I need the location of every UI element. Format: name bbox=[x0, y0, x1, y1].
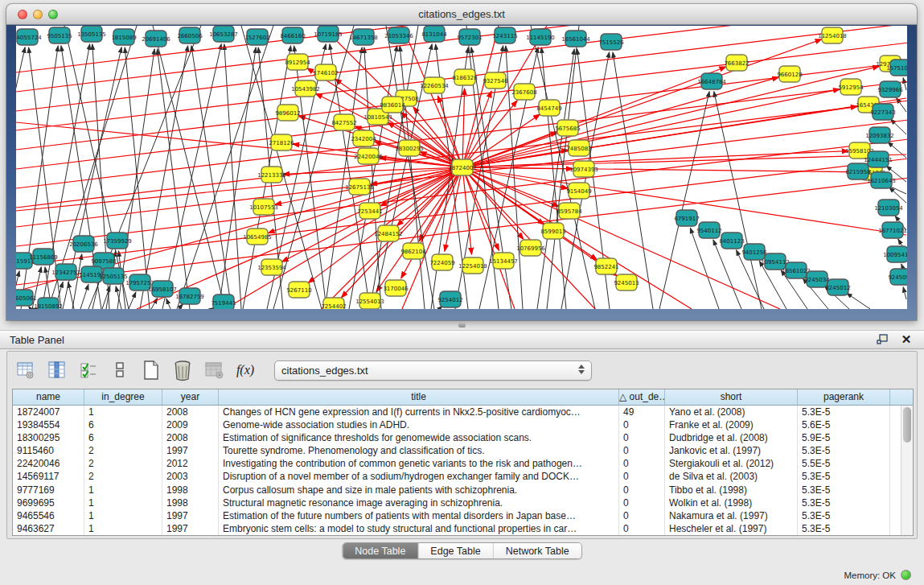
tab-network-table[interactable]: Network Table bbox=[494, 543, 581, 558]
zoom-window-button[interactable] bbox=[48, 10, 58, 19]
table-cell: 0 bbox=[619, 444, 665, 457]
graph-node-label: 24055724 bbox=[16, 35, 42, 41]
graph-node-label: 14671358 bbox=[349, 35, 378, 41]
select-columns-button[interactable] bbox=[78, 360, 99, 381]
delete-button[interactable] bbox=[172, 360, 193, 381]
graph-node-label: 2367608 bbox=[511, 89, 536, 96]
table-row[interactable]: 2242004622012Investigating the contribut… bbox=[13, 457, 913, 470]
graph-node-label: 16648784 bbox=[697, 79, 726, 85]
memory-status-icon bbox=[901, 570, 911, 580]
graph-node-label: 12484152 bbox=[374, 231, 403, 237]
graph-node-label: 12093832 bbox=[865, 133, 894, 139]
table-row[interactable]: 1456911722003Disruption of a novel membe… bbox=[13, 470, 913, 483]
graph-node-label: 8215958 bbox=[845, 169, 870, 175]
graph-node-label: 8186328 bbox=[452, 75, 477, 81]
table-cell: Tourette syndrome. Phenomenology and cla… bbox=[219, 444, 619, 457]
column-header-out_de[interactable]: △ out_de… bbox=[619, 389, 665, 405]
column-chooser-button[interactable] bbox=[47, 360, 68, 381]
column-header-pagerank[interactable]: pagerank bbox=[798, 389, 890, 405]
column-header-title[interactable]: title bbox=[219, 389, 619, 405]
graph-node-label: 9660128 bbox=[777, 72, 802, 78]
table-cell: 1997 bbox=[162, 444, 219, 457]
new-table-button[interactable] bbox=[141, 360, 162, 381]
graph-node-label: 8595784 bbox=[556, 208, 582, 215]
table-cell: 2 bbox=[84, 457, 162, 470]
network-view-window: citations_edges.txt 18724007912750812260… bbox=[6, 4, 917, 320]
table-cell: 1 bbox=[84, 406, 162, 418]
network-canvas[interactable]: 1872400791275081226053481863289327546236… bbox=[16, 26, 907, 309]
graph-node-label: 9329966 bbox=[877, 87, 903, 93]
graph-nodes[interactable]: 1872400791275081226053481863289327546236… bbox=[16, 26, 907, 309]
graph-node-label: 10107553 bbox=[249, 204, 278, 211]
table-cell: Embryonic stem cells: a model to study s… bbox=[219, 522, 619, 535]
table-cell: Corpus callosum shape and size in male p… bbox=[219, 484, 619, 496]
graph-node-label: 8131044 bbox=[421, 31, 447, 38]
row-height-button[interactable] bbox=[109, 360, 130, 381]
graph-node-label: 6791917 bbox=[674, 216, 699, 222]
graph-node-label: 7519441 bbox=[211, 300, 236, 307]
table-row[interactable]: 969969511998Structural magnetic resonanc… bbox=[13, 496, 913, 509]
function-builder-button[interactable]: f(x) bbox=[235, 360, 256, 381]
table-cell: 0 bbox=[619, 522, 665, 535]
column-header-in_degree[interactable]: in_degree bbox=[84, 389, 162, 405]
column-header-year[interactable]: year bbox=[162, 389, 219, 405]
graph-node-label: 10095413 bbox=[883, 252, 907, 258]
vertical-scrollbar[interactable] bbox=[901, 406, 913, 535]
table-cell: Dudbridge et al. (2008) bbox=[665, 431, 798, 444]
table-settings-button[interactable] bbox=[15, 360, 36, 381]
table-cell: 1997 bbox=[162, 522, 219, 535]
graph-node-label: 9245098 bbox=[888, 274, 907, 281]
table-cell: 0 bbox=[619, 431, 665, 444]
graph-node-label: 10654985 bbox=[243, 234, 272, 241]
minimize-window-button[interactable] bbox=[33, 10, 43, 19]
table-cell: 5.6E-5 bbox=[798, 418, 890, 431]
table-row[interactable]: 977716911998Corpus callosum shape and si… bbox=[13, 484, 913, 496]
graph-node-label: 7254402 bbox=[321, 303, 346, 310]
table-cell: 2 bbox=[84, 470, 162, 483]
delete-table-button-disabled[interactable] bbox=[203, 360, 224, 381]
graph-node-label: 12353594 bbox=[257, 265, 286, 271]
table-row[interactable]: 1872400712008Changes of HCN gene express… bbox=[13, 406, 913, 418]
scrollbar-thumb[interactable] bbox=[903, 407, 911, 443]
table-cell: 9777169 bbox=[13, 484, 84, 496]
graph-node-label: 16782759 bbox=[175, 294, 204, 300]
graph-node-label: 10954112 bbox=[761, 259, 790, 266]
graph-node-label: 12254018 bbox=[458, 263, 487, 270]
tab-edge-table[interactable]: Edge Table bbox=[418, 543, 493, 558]
graph-node-label: 9254012 bbox=[437, 297, 462, 303]
graph-node-label: 11145190 bbox=[526, 35, 555, 41]
graph-node-label: 16958107 bbox=[148, 286, 177, 293]
table-row[interactable]: 946362711997Embryonic stem cells: a mode… bbox=[13, 522, 913, 535]
table-row[interactable]: 946554611997Estimation of the future num… bbox=[13, 509, 913, 522]
table-row[interactable]: 1830029562008Estimation of significance … bbox=[13, 431, 913, 444]
graph-node-label: 9154049 bbox=[566, 188, 591, 195]
table-panel: f(x) citations_edges.txt namein_degreeye… bbox=[6, 351, 918, 539]
float-panel-button[interactable] bbox=[876, 333, 889, 346]
table-cell: 1998 bbox=[162, 496, 219, 509]
table-cell: Yano et al. (2008) bbox=[665, 406, 798, 418]
graph-node-label: 5267110 bbox=[286, 287, 311, 294]
graph-node-label: 20206536 bbox=[69, 241, 98, 248]
close-panel-button[interactable]: ✕ bbox=[900, 333, 913, 346]
window-titlebar[interactable]: citations_edges.txt bbox=[6, 4, 917, 25]
graph-node-label: 12444151 bbox=[864, 157, 893, 163]
table-row[interactable]: 1938455462009Genome-wide association stu… bbox=[13, 418, 913, 431]
graph-node-label: 9401256 bbox=[741, 249, 767, 256]
table-cell: 0 bbox=[619, 496, 665, 509]
graph-node-label: 1527602 bbox=[244, 35, 269, 41]
split-handle[interactable] bbox=[458, 323, 466, 328]
column-header-name[interactable]: name bbox=[13, 389, 84, 405]
graph-node-label: 12505135 bbox=[99, 274, 128, 280]
table-cell: 9463627 bbox=[13, 522, 84, 535]
table-cell: 6 bbox=[84, 418, 162, 431]
close-window-button[interactable] bbox=[18, 10, 27, 19]
graph-node-label: 13505135 bbox=[77, 31, 106, 38]
tab-node-table[interactable]: Node Table bbox=[343, 543, 418, 558]
graph-node-label: 12103054 bbox=[874, 205, 903, 212]
column-header-short[interactable]: short bbox=[665, 389, 798, 405]
graph-node-label: 9836014 bbox=[380, 102, 405, 109]
table-cell: 5.5E-5 bbox=[798, 457, 890, 470]
table-row[interactable]: 911546021997Tourette syndrome. Phenomeno… bbox=[13, 444, 913, 457]
table-source-select[interactable]: citations_edges.txt bbox=[274, 360, 592, 381]
table-settings-icon bbox=[16, 360, 35, 380]
